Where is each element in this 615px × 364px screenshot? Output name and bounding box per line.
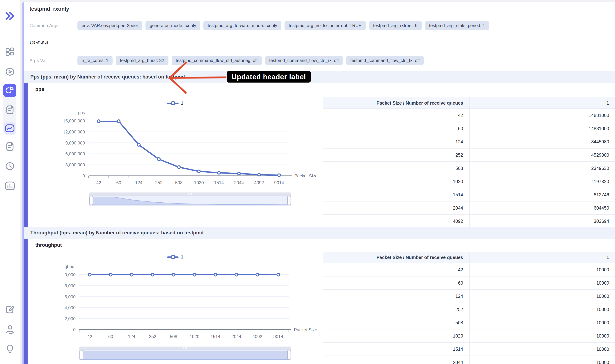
table-cell: 124 <box>323 135 469 148</box>
throughput-section-header-label: Throughput (bps, mean) by Number of rece… <box>30 230 204 236</box>
edit-icon[interactable] <box>0 305 20 314</box>
table-cell: 1197320 <box>469 175 615 188</box>
table-row: 2524529000 <box>323 149 615 162</box>
document-icon[interactable] <box>0 142 20 151</box>
suite-title-row: testpmd_rxonly <box>24 2 615 16</box>
table-row: 151410000 <box>323 343 615 356</box>
table-cell: 10000 <box>469 263 615 276</box>
zoom-handle-left[interactable] <box>90 196 93 205</box>
table-cell: 303694 <box>469 215 615 227</box>
table-cell: 14881000 <box>469 109 615 122</box>
svg-text:6,000,000: 6,000,000 <box>65 151 85 156</box>
divider <box>27 96 323 96</box>
table-cell: 124 <box>323 290 469 303</box>
table-cell: 4529000 <box>469 149 615 161</box>
pps-zoom-slider[interactable] <box>89 193 291 206</box>
app-root: testpmd_rxonly Common Args env: VAR.env.… <box>0 0 615 364</box>
table-row: 102010000 <box>323 329 615 343</box>
expand-sidebar-icon[interactable] <box>0 11 20 21</box>
table-cell: 2349630 <box>469 162 615 175</box>
svg-text:0: 0 <box>73 327 76 332</box>
svg-text:2044: 2044 <box>234 180 244 185</box>
table-row: 6010000 <box>323 276 615 290</box>
svg-text:3,000,000: 3,000,000 <box>65 162 85 167</box>
table-cell: 1514 <box>323 188 469 201</box>
divider <box>27 251 323 251</box>
throughput-card-title: throughput <box>35 242 62 248</box>
table-cell: 42 <box>323 109 469 122</box>
table-header-cell: 1 <box>469 252 615 263</box>
svg-text:508: 508 <box>170 334 177 339</box>
svg-text:0: 0 <box>83 173 85 178</box>
table-cell: 10000 <box>469 303 615 316</box>
table-row: 50810000 <box>323 316 615 329</box>
table-cell: 604450 <box>469 201 615 214</box>
svg-text:8,000: 8,000 <box>65 283 76 288</box>
table-row: 5082349630 <box>323 162 615 175</box>
table-row: 1248445980 <box>323 135 615 149</box>
arg-chip: testpmd_arg_no_lsc_interrupt: TRUE <box>285 21 366 30</box>
svg-text:124: 124 <box>128 334 135 339</box>
arg-chip: testpmd_arg_forward_mode: rxonly <box>203 21 281 30</box>
args-val-label: Args Val <box>29 58 78 63</box>
arg-chip: testpmd_command_flow_ctrl_rx: off <box>265 56 343 65</box>
table-row: 2044604450 <box>323 201 615 215</box>
svg-text:Packet Size: Packet Size <box>294 327 317 332</box>
svg-text:pps: pps <box>78 110 85 115</box>
table-cell: 10000 <box>469 316 615 329</box>
case-title-row: 1-32-off-off-off <box>24 35 615 50</box>
line-chart-icon[interactable] <box>4 122 15 135</box>
svg-text:2044: 2044 <box>232 334 241 339</box>
svg-text:2,000: 2,000 <box>65 316 76 321</box>
pie-chart-icon[interactable] <box>3 84 16 97</box>
svg-text:1020: 1020 <box>194 180 204 185</box>
arg-chip: n_rx_cores: 1 <box>78 56 113 65</box>
table-cell: 10000 <box>469 356 615 364</box>
legend-line-marker-icon <box>167 254 179 260</box>
svg-text:1514: 1514 <box>210 334 220 339</box>
table-cell: 4092 <box>323 215 469 227</box>
table-cell: 42 <box>323 263 469 276</box>
arg-chip: testpmd_arg_rxfreet: 0 <box>369 21 422 30</box>
svg-text:Packet Size: Packet Size <box>294 173 318 178</box>
table-header-cell: Packet Size / Number of receive queues <box>323 252 469 263</box>
throughput-zoom-slider[interactable] <box>79 347 291 360</box>
arg-chip: env: VAR.env.perf.peer2peer <box>78 21 142 30</box>
throughput-legend-item[interactable]: 1 <box>167 254 183 260</box>
zoom-handle-right[interactable] <box>288 196 291 205</box>
report-document-icon[interactable] <box>0 105 20 114</box>
table-cell: 2044 <box>323 201 469 214</box>
table-row: 6014881000 <box>323 122 615 135</box>
svg-text:60: 60 <box>116 180 121 185</box>
table-cell: 812746 <box>469 188 615 201</box>
table-cell: 10000 <box>469 290 615 303</box>
arg-chip: testpmd_arg_stats_period: 1 <box>425 21 489 30</box>
user-icon[interactable] <box>0 325 20 335</box>
common-args-label: Common Args <box>29 23 78 28</box>
zoom-handle-left[interactable] <box>80 350 83 359</box>
svg-text:42: 42 <box>87 334 92 339</box>
zoom-handle-right[interactable] <box>288 350 291 359</box>
table-cell: 10000 <box>469 276 615 289</box>
pps-line-chart: 03,000,0006,000,0009,000,00012,000,00015… <box>64 103 331 189</box>
svg-text:60: 60 <box>108 334 113 339</box>
throughput-section-header: Throughput (bps, mean) by Number of rece… <box>24 227 615 239</box>
table-row: 4092303694 <box>323 215 615 227</box>
svg-text:12,000,000: 12,000,000 <box>64 130 85 134</box>
sidebar <box>0 0 20 364</box>
table-row: 1514812746 <box>323 188 615 201</box>
table-header-cell: Packet Size / Number of receive queues <box>323 97 469 108</box>
svg-text:throughput: throughput <box>64 264 76 269</box>
case-title: 1-32-off-off-off <box>29 41 48 44</box>
svg-text:9014: 9014 <box>273 334 283 339</box>
throughput-legend-label: 1 <box>181 254 183 260</box>
table-cell: 60 <box>323 276 469 289</box>
ideas-lightbulb-icon[interactable] <box>0 344 20 354</box>
run-play-icon[interactable] <box>0 67 20 76</box>
dashboard-grid-icon[interactable] <box>0 47 20 56</box>
table-row: 25210000 <box>323 303 615 316</box>
table-cell: 1514 <box>323 343 469 356</box>
history-clock-icon[interactable] <box>0 162 20 171</box>
svg-text:252: 252 <box>155 180 162 185</box>
bar-chart-icon[interactable] <box>0 181 20 190</box>
